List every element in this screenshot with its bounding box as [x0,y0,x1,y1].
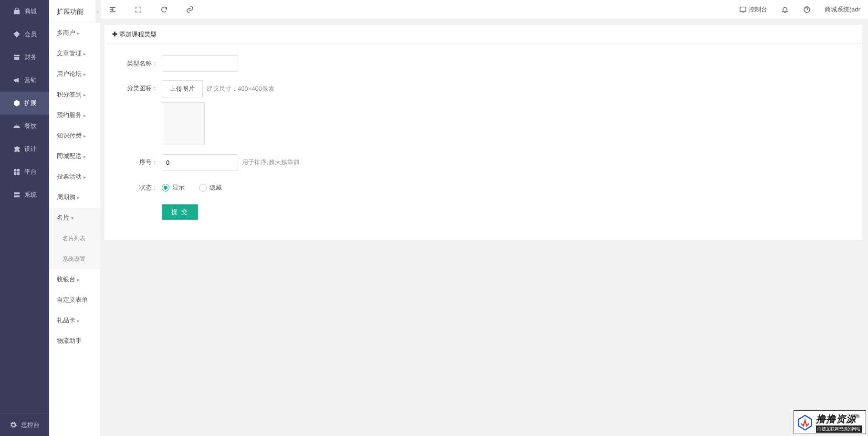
sort-hint: 用于排序,越大越靠前 [242,154,300,171]
name-label: 类型名称： [114,55,162,72]
sec-item-cashier[interactable]: 收银台▸ [49,269,100,290]
watermark-main: 撸撸资源 [816,414,856,424]
sidebar-item-label: 会员 [24,30,37,39]
sec-item-citydelivery[interactable]: 同城配送▸ [49,146,100,167]
sidebar-item-mall[interactable]: 商城 [0,0,49,23]
size-hint: 建议尺寸：400×400像素 [207,80,274,97]
caret-down-icon: ▾ [71,215,73,221]
sidebar-primary: 商城 会员 财务 营销 扩展 餐饮 设计 平台 [0,0,49,436]
radio-dot-icon [199,184,207,191]
submit-button[interactable]: 提 交 [162,204,198,220]
plus-icon: ✚ [112,31,117,38]
refresh-icon[interactable] [160,5,168,14]
watermark-sub: 白嫖互联网资源的网站 [816,425,862,433]
sec-item-logistics[interactable]: 物流助手 [49,331,100,351]
watermark-logo-icon [797,415,813,431]
link-icon[interactable] [186,5,194,14]
panel-title: 添加课程类型 [119,30,157,39]
sec-subitem-card-list[interactable]: 名片列表 [49,228,100,249]
bag-icon [13,8,21,15]
sidebar-item-label: 餐饮 [24,122,37,130]
topbar: 控制台 商城系统(adr [101,0,868,19]
sec-item-customform[interactable]: 自定义表单 [49,290,100,310]
sort-label: 序号： [114,154,162,170]
sidebar-item-platform[interactable]: 平台 [0,160,49,183]
console-label: 控制台 [749,5,767,14]
sidebar-item-label: 总控台 [21,421,40,429]
help-icon[interactable] [803,5,811,14]
icon-label: 分类图标： [114,80,162,96]
user-label[interactable]: 商城系统(adr [825,5,860,14]
sidebar-item-design[interactable]: 设计 [0,138,49,160]
upload-button[interactable]: 上传图片 [162,80,203,97]
console-button[interactable]: 控制台 [739,5,767,14]
console-icon [739,6,747,13]
caret-right-icon: ▸ [84,72,86,77]
megaphone-icon [13,76,21,84]
sec-item-periodic[interactable]: 周期购▸ [49,187,100,208]
sec-item-multistore[interactable]: 多商户▸ [49,23,100,43]
sec-item-forum[interactable]: 用户论坛▸ [49,64,100,85]
radio-dot-icon [162,184,169,191]
sidebar-item-label: 商城 [24,7,37,16]
puzzle-icon [13,145,21,153]
sidebar-item-member[interactable]: 会员 [0,23,49,46]
svg-rect-0 [740,7,746,11]
sidebar-item-marketing[interactable]: 营销 [0,69,49,92]
sidebar-item-master-console[interactable]: 总控台 [0,413,49,436]
caret-right-icon: ▸ [84,154,86,159]
sidebar-item-label: 平台 [24,168,37,176]
diamond-icon [13,31,21,38]
caret-right-icon: ▸ [77,31,80,36]
sec-item-card[interactable]: 名片▾ [49,208,100,228]
caret-right-icon: ▸ [77,277,80,282]
sidebar-item-finance[interactable]: 财务 [0,46,49,69]
sidebar-item-label: 设计 [24,145,37,153]
sec-item-article[interactable]: 文章管理▸ [49,43,100,64]
content-wrap: ✚ 添加课程类型 类型名称： 分类图标： 上传图片 建议尺寸：400×400像素 [101,19,868,436]
sidebar-item-label: 营销 [24,76,37,85]
name-input[interactable] [162,55,238,72]
caret-right-icon: ▸ [77,195,80,200]
sec-item-vote[interactable]: 投票活动▸ [49,167,100,187]
grid-icon [13,168,21,176]
watermark-reg: ® [856,414,860,419]
panel-header: ✚ 添加课程类型 [105,25,862,44]
fullscreen-icon[interactable] [134,5,143,14]
secondary-title: 扩展功能 [49,0,100,23]
main-area: 控制台 商城系统(adr ✚ 添加课程类型 类型名称： [101,0,868,436]
panel: ✚ 添加课程类型 类型名称： 分类图标： 上传图片 建议尺寸：400×400像素 [105,25,862,240]
sidebar-item-label: 系统 [24,191,37,199]
form: 类型名称： 分类图标： 上传图片 建议尺寸：400×400像素 [105,44,862,240]
sec-item-booking[interactable]: 预约服务▸ [49,105,100,126]
sidebar-item-system[interactable]: 系统 [0,183,49,206]
sidebar-item-label: 扩展 [24,99,37,107]
bell-icon[interactable] [781,5,789,14]
sort-input[interactable] [162,154,238,170]
cube-icon [13,99,21,107]
status-show-radio[interactable]: 显示 [162,183,185,192]
menu-toggle-icon[interactable] [108,5,117,14]
caret-right-icon: ▸ [84,133,86,138]
sec-item-giftcard[interactable]: 礼品卡▸ [49,310,100,331]
sec-subitem-card-settings[interactable]: 系统设置 [49,249,100,269]
gear-icon [10,421,17,429]
radio-label: 显示 [172,183,185,192]
dish-icon [13,122,21,130]
sidebar-item-label: 财务 [24,53,37,62]
sec-item-checkin[interactable]: 积分签到▸ [49,85,100,105]
sidebar-secondary: « 扩展功能 多商户▸ 文章管理▸ 用户论坛▸ 积分签到▸ 预约服务▸ 知识付费… [49,0,101,436]
caret-right-icon: ▸ [84,113,86,118]
archive-icon [13,53,21,61]
image-preview[interactable] [162,102,205,145]
sidebar-item-restaurant[interactable]: 餐饮 [0,115,49,138]
svg-marker-2 [798,415,811,430]
caret-right-icon: ▸ [84,51,86,56]
status-label: 状态： [114,180,162,196]
caret-right-icon: ▸ [77,318,80,323]
sec-item-knowledge[interactable]: 知识付费▸ [49,126,100,146]
collapse-handle[interactable]: « [95,0,100,23]
watermark: 撸撸资源® 白嫖互联网资源的网站 [794,410,866,434]
status-hide-radio[interactable]: 隐藏 [199,183,222,192]
sidebar-item-extend[interactable]: 扩展 [0,92,49,115]
